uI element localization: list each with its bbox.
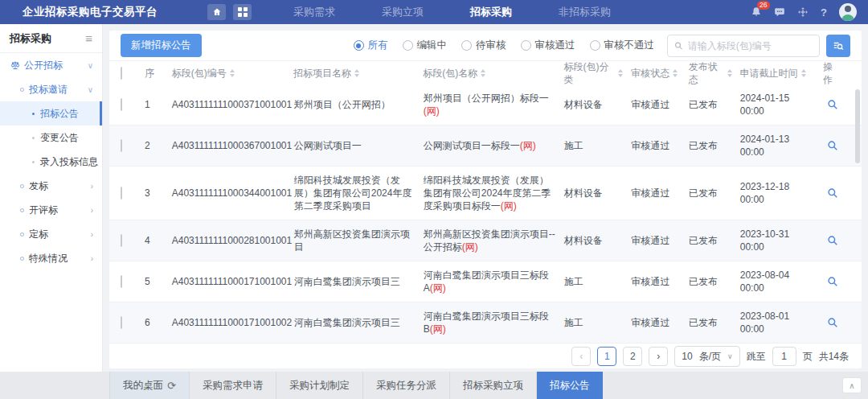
nav-item-procurement-demand[interactable]: 采购需求 — [293, 5, 335, 19]
apps-grid-icon[interactable] — [233, 4, 252, 20]
nav-item-bidding-procurement[interactable]: 招标采购 — [470, 5, 512, 19]
row-seq: 3 — [145, 179, 172, 207]
page-button-2[interactable]: 2 — [623, 347, 642, 366]
view-detail-icon[interactable] — [827, 276, 838, 287]
toolbar: 新增招标公告 所有 编辑中 待审核 审核通过 审核不通过 — [109, 31, 862, 61]
home-icon[interactable] — [207, 4, 226, 20]
sort-icon — [673, 69, 678, 77]
sort-icon — [801, 69, 806, 77]
tab-bid-announcement[interactable]: 招标公告 — [537, 372, 603, 399]
sidebar-item-public-bidding[interactable]: 公开招标 ∨ — [0, 53, 102, 77]
row-checkbox[interactable] — [121, 275, 122, 288]
view-detail-icon[interactable] — [827, 187, 838, 199]
sidebar-item-enter-bid-info[interactable]: 录入投标信息 — [0, 150, 102, 174]
bottom-tabbar: 我的桌面 ⟳ 采购需求申请 采购计划制定 采购任务分派 招标采购立项 招标公告 … — [0, 372, 868, 399]
row-audit-status: 审核通过 — [631, 91, 689, 118]
scale-icon — [10, 60, 20, 70]
filter-all[interactable]: 所有 — [354, 39, 388, 52]
row-checkbox[interactable] — [121, 139, 122, 152]
user-avatar[interactable] — [839, 3, 857, 21]
sidebar-item-special-cases[interactable]: 特殊情况 › — [0, 246, 102, 270]
online-tag: (网) — [430, 323, 446, 335]
vertical-scrollbar[interactable] — [855, 89, 860, 163]
jump-label: 跳至 — [747, 350, 766, 364]
row-deadline: 2023-08-01 00:00 — [740, 302, 823, 343]
filter-review-rejected[interactable]: 审核不通过 — [590, 39, 655, 52]
row-checkbox[interactable] — [121, 187, 122, 200]
collapse-tabs-button[interactable]: ∧ — [842, 377, 862, 393]
sidebar-item-bid-announcement[interactable]: 招标公告 — [0, 101, 102, 125]
row-project: 龙煤采购项目2222（公开招标） — [294, 343, 424, 344]
view-detail-icon[interactable] — [827, 235, 838, 246]
row-project: 绵阳科技城发展投资（发展）集团有限公司2024年度第二季度采购项目 — [294, 167, 424, 220]
circle-bullet-icon — [20, 88, 24, 92]
sidebar-title: 招标采购 — [10, 31, 51, 46]
table-row: 1A4031111111000371001001郑州项目（公开网招）郑州项目（公… — [109, 84, 862, 125]
pagination: ‹ 1 2 › 10 条/页 ∨ 跳至 页 共14条 — [109, 344, 862, 368]
row-seq: 1 — [145, 91, 172, 118]
filter-review-passed[interactable]: 审核通过 — [521, 39, 575, 52]
sidebar-item-award[interactable]: 定标 › — [0, 222, 102, 246]
row-publish-status: 已发布 — [689, 132, 740, 159]
row-category: 材料设备 — [564, 227, 632, 254]
next-page-button[interactable]: › — [649, 347, 668, 366]
row-deadline: 2023-10-31 00:00 — [740, 220, 823, 261]
row-project: 郑州项目（公开网招） — [294, 91, 424, 118]
sidebar-item-issue-bid[interactable]: 发标 › — [0, 174, 102, 198]
filter-pending-review[interactable]: 待审核 — [461, 39, 506, 52]
sidebar-item-change-announcement[interactable]: 变更公告 — [0, 125, 102, 150]
select-all-checkbox[interactable] — [121, 67, 122, 80]
menu-collapse-icon[interactable]: ≡ — [85, 32, 92, 44]
row-segment: 绵阳科技城发展投资（发展）集团有限公司2024年度第二季度采购项目标段一(网) — [424, 167, 564, 220]
sidebar-item-bid-invitation[interactable]: 投标邀请 ∨ — [0, 77, 102, 101]
view-detail-icon[interactable] — [827, 99, 838, 110]
header-code[interactable]: 标段(包)编号 — [172, 60, 293, 87]
view-detail-icon[interactable] — [827, 140, 838, 151]
row-seq: 5 — [145, 268, 172, 295]
message-icon[interactable] — [774, 6, 785, 18]
nav-item-non-bidding[interactable]: 非招标采购 — [559, 5, 611, 19]
tab-plan-making[interactable]: 采购计划制定 — [276, 372, 363, 399]
row-category: 施工 — [564, 268, 632, 295]
header-audit-status[interactable]: 审核状态 — [631, 60, 689, 87]
circle-bullet-icon — [20, 184, 24, 188]
view-detail-icon[interactable] — [827, 317, 838, 328]
chevron-right-icon: › — [91, 182, 93, 191]
chevron-right-icon: › — [91, 254, 93, 263]
refresh-icon: ⟳ — [167, 380, 176, 392]
add-announcement-button[interactable]: 新增招标公告 — [121, 34, 202, 57]
header-deadline[interactable]: 申请截止时间 — [740, 60, 824, 87]
notification-badge: 26 — [757, 1, 769, 10]
tab-demand-apply[interactable]: 采购需求申请 — [190, 372, 276, 399]
tab-bidding-setup[interactable]: 招标采购立项 — [450, 372, 537, 399]
filter-editing[interactable]: 编辑中 — [403, 39, 448, 52]
header-segment[interactable]: 标段(包)名称 — [423, 60, 563, 87]
sidebar-item-open-evaluate[interactable]: 开评标 › — [0, 198, 102, 222]
sort-icon — [727, 69, 732, 77]
tab-task-assign[interactable]: 采购任务分派 — [363, 372, 450, 399]
bell-icon[interactable]: 26 — [751, 6, 762, 18]
search-input[interactable] — [688, 40, 813, 51]
sidebar-item-label: 发标 — [29, 179, 48, 193]
tab-my-desktop[interactable]: 我的桌面 ⟳ — [109, 372, 190, 399]
fullscreen-arrows-icon[interactable] — [797, 6, 809, 18]
page-size-select[interactable]: 10 条/页 ∨ — [674, 346, 739, 367]
row-checkbox[interactable] — [121, 234, 122, 247]
row-deadline: 2023-08-04 00:00 — [740, 261, 823, 302]
table-row: 2A4031111111000367001001公网测试项目一公网测试项目一标段… — [109, 125, 862, 167]
header-project[interactable]: 招标项目名称 — [293, 60, 423, 87]
main-panel: 新增招标公告 所有 编辑中 待审核 审核通过 审核不通过 序 标段(包)编号 招… — [109, 31, 862, 368]
page-button-1[interactable]: 1 — [597, 347, 616, 366]
chevron-down-icon: ∨ — [88, 61, 93, 70]
prev-page-button[interactable]: ‹ — [571, 347, 591, 366]
help-icon[interactable]: ? — [821, 6, 827, 19]
jump-page-input[interactable] — [772, 347, 796, 366]
row-checkbox[interactable] — [121, 98, 122, 111]
circle-bullet-icon — [20, 232, 24, 237]
row-code: A4031111111000171001002 — [172, 309, 294, 336]
row-checkbox[interactable] — [121, 316, 122, 329]
total-count: 共14条 — [819, 350, 849, 364]
row-project: 郑州高新区投资集团演示项目 — [294, 220, 424, 261]
nav-item-procurement-setup[interactable]: 采购立项 — [382, 5, 424, 19]
row-category: 施工 — [564, 309, 632, 336]
